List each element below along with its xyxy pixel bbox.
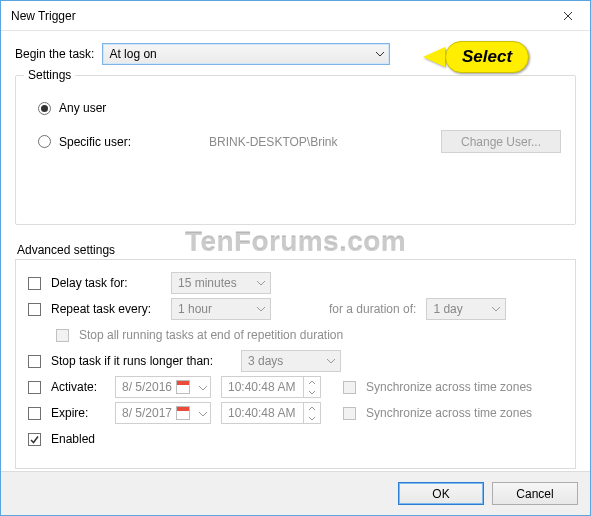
duration-label: for a duration of: (329, 302, 416, 316)
window-title: New Trigger (11, 9, 76, 23)
delay-dropdown: 15 minutes (171, 272, 271, 294)
duration-dropdown: 1 day (426, 298, 506, 320)
stop-longer-dropdown: 3 days (241, 350, 341, 372)
new-trigger-dialog: New Trigger Select TenForums.com Begin t… (0, 0, 591, 516)
calendar-icon (176, 380, 190, 394)
expire-time-input: 10:40:48 AM (221, 402, 321, 424)
chevron-down-icon (198, 380, 208, 394)
activate-label: Activate: (51, 380, 105, 394)
chevron-down-icon (491, 306, 501, 312)
dialog-content: Begin the task: At log on Settings Any u… (1, 31, 590, 469)
activate-date-input: 8/ 5/2016 (115, 376, 211, 398)
dialog-footer: OK Cancel (1, 471, 590, 515)
select-callout: Select (423, 41, 529, 73)
expire-sync-checkbox (343, 407, 356, 420)
chevron-down-icon (256, 280, 266, 286)
delay-checkbox[interactable] (28, 277, 41, 290)
change-user-button: Change User... (441, 130, 561, 153)
cancel-button[interactable]: Cancel (492, 482, 578, 505)
delay-label: Delay task for: (51, 276, 161, 290)
activate-time-input: 10:40:48 AM (221, 376, 321, 398)
advanced-legend: Advanced settings (17, 243, 576, 257)
spinner-icon (303, 377, 320, 397)
chevron-down-icon (375, 51, 385, 57)
activate-checkbox[interactable] (28, 381, 41, 394)
spinner-icon (303, 403, 320, 423)
repeat-dropdown: 1 hour (171, 298, 271, 320)
stop-running-label: Stop all running tasks at end of repetit… (79, 328, 343, 342)
advanced-settings-group: Delay task for: 15 minutes Repeat task e… (15, 259, 576, 469)
close-button[interactable] (545, 1, 590, 30)
repeat-checkbox[interactable] (28, 303, 41, 316)
expire-label: Expire: (51, 406, 105, 420)
calendar-icon (176, 406, 190, 420)
begin-task-dropdown[interactable]: At log on (102, 43, 390, 65)
stop-running-checkbox (56, 329, 69, 342)
specific-user-value: BRINK-DESKTOP\Brink (209, 135, 433, 149)
any-user-label: Any user (59, 101, 106, 115)
activate-sync-checkbox (343, 381, 356, 394)
expire-checkbox[interactable] (28, 407, 41, 420)
chevron-down-icon (326, 358, 336, 364)
titlebar: New Trigger (1, 1, 590, 31)
enabled-label: Enabled (51, 432, 95, 446)
any-user-radio[interactable] (38, 102, 51, 115)
begin-task-value: At log on (109, 47, 156, 61)
chevron-down-icon (256, 306, 266, 312)
settings-legend: Settings (24, 68, 75, 82)
settings-group: Settings Any user Specific user: BRINK-D… (15, 75, 576, 225)
ok-button[interactable]: OK (398, 482, 484, 505)
stop-longer-checkbox[interactable] (28, 355, 41, 368)
stop-longer-label: Stop task if it runs longer than: (51, 354, 231, 368)
specific-user-label: Specific user: (59, 135, 131, 149)
expire-date-input: 8/ 5/2017 (115, 402, 211, 424)
enabled-checkbox[interactable] (28, 433, 41, 446)
begin-task-label: Begin the task: (15, 47, 94, 61)
activate-sync-label: Synchronize across time zones (366, 380, 532, 394)
repeat-label: Repeat task every: (51, 302, 161, 316)
expire-sync-label: Synchronize across time zones (366, 406, 532, 420)
callout-text: Select (445, 41, 529, 73)
chevron-down-icon (198, 406, 208, 420)
specific-user-radio[interactable] (38, 135, 51, 148)
